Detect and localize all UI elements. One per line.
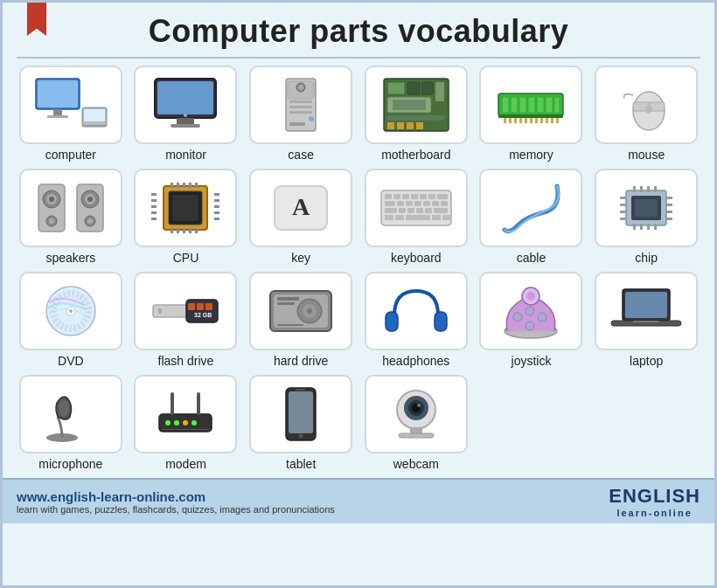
svg-rect-120 bbox=[442, 215, 451, 220]
item-box-keyboard bbox=[365, 169, 468, 247]
svg-point-178 bbox=[174, 420, 179, 425]
item-box-tablet bbox=[249, 375, 352, 453]
svg-rect-127 bbox=[654, 186, 657, 192]
svg-rect-159 bbox=[386, 312, 398, 331]
chip-icon bbox=[607, 177, 686, 239]
item-case: case bbox=[247, 66, 355, 162]
item-label-memory: memory bbox=[509, 148, 553, 162]
svg-rect-11 bbox=[171, 124, 200, 128]
svg-rect-116 bbox=[385, 215, 393, 220]
svg-point-185 bbox=[299, 434, 303, 439]
svg-rect-110 bbox=[385, 208, 397, 213]
item-speakers: speakers bbox=[17, 169, 125, 265]
memory-icon bbox=[491, 74, 570, 135]
modem-icon bbox=[146, 384, 225, 445]
svg-rect-92 bbox=[214, 218, 219, 220]
item-box-computer bbox=[19, 66, 122, 144]
svg-rect-147 bbox=[197, 303, 204, 310]
svg-rect-36 bbox=[511, 97, 518, 113]
svg-rect-5 bbox=[84, 109, 105, 121]
svg-rect-10 bbox=[177, 118, 194, 124]
svg-rect-148 bbox=[205, 303, 212, 310]
svg-rect-89 bbox=[214, 199, 219, 202]
microphone-icon bbox=[31, 384, 110, 445]
svg-rect-86 bbox=[151, 211, 157, 214]
svg-rect-171 bbox=[633, 321, 659, 322]
svg-rect-25 bbox=[422, 82, 433, 94]
item-label-hard-drive: hard drive bbox=[274, 354, 328, 368]
svg-rect-131 bbox=[654, 224, 657, 230]
svg-rect-98 bbox=[402, 194, 409, 199]
item-box-case bbox=[249, 66, 352, 144]
svg-rect-85 bbox=[151, 205, 157, 208]
svg-rect-33 bbox=[416, 122, 423, 129]
svg-point-165 bbox=[526, 322, 534, 330]
svg-rect-38 bbox=[528, 97, 535, 113]
svg-rect-124 bbox=[633, 186, 636, 192]
svg-point-162 bbox=[513, 313, 522, 322]
svg-rect-37 bbox=[519, 97, 526, 113]
footer-logo-sub: learn-online bbox=[616, 508, 692, 518]
svg-rect-75 bbox=[183, 183, 185, 188]
svg-rect-105 bbox=[406, 201, 413, 206]
item-key: A key bbox=[247, 169, 355, 265]
item-box-monitor bbox=[134, 66, 237, 144]
svg-point-191 bbox=[417, 404, 421, 407]
svg-point-155 bbox=[307, 308, 312, 314]
case-icon bbox=[261, 74, 340, 135]
svg-point-12 bbox=[184, 114, 187, 117]
footer-tagline: learn with games, puzzles, flashcards, q… bbox=[17, 504, 335, 515]
item-computer: computer bbox=[17, 66, 125, 162]
svg-rect-74 bbox=[177, 183, 179, 188]
svg-rect-111 bbox=[399, 208, 406, 213]
page-wrapper: Computer parts vocabulary computer bbox=[0, 0, 717, 588]
page-title: Computer parts vocabulary bbox=[3, 13, 714, 50]
svg-rect-82 bbox=[195, 228, 198, 233]
svg-rect-145 bbox=[186, 300, 218, 322]
laptop-icon bbox=[607, 280, 686, 342]
svg-point-16 bbox=[298, 85, 303, 90]
cable-icon bbox=[491, 177, 570, 239]
svg-rect-128 bbox=[633, 224, 636, 230]
svg-rect-81 bbox=[189, 228, 191, 233]
item-box-modem bbox=[134, 375, 237, 453]
flash-drive-icon: 32 GB bbox=[146, 280, 225, 342]
monitor-icon bbox=[146, 74, 225, 135]
svg-rect-137 bbox=[666, 204, 672, 206]
item-dvd: DVD bbox=[17, 272, 125, 368]
svg-rect-26 bbox=[435, 82, 444, 101]
item-box-webcam bbox=[365, 375, 468, 453]
item-box-key: A bbox=[249, 169, 352, 247]
svg-point-164 bbox=[526, 307, 534, 315]
svg-rect-156 bbox=[277, 297, 299, 301]
svg-rect-6 bbox=[84, 122, 105, 125]
svg-point-20 bbox=[309, 116, 314, 121]
item-tablet: tablet bbox=[247, 375, 355, 471]
webcam-icon bbox=[377, 384, 456, 445]
svg-rect-84 bbox=[151, 199, 157, 202]
svg-point-163 bbox=[538, 313, 546, 322]
svg-rect-90 bbox=[214, 205, 219, 208]
item-label-flash-drive: flash drive bbox=[158, 354, 214, 368]
item-box-cpu bbox=[134, 169, 237, 247]
svg-rect-136 bbox=[666, 197, 672, 199]
key-icon: A bbox=[261, 177, 340, 239]
svg-rect-186 bbox=[296, 389, 305, 391]
svg-rect-184 bbox=[289, 391, 313, 433]
svg-rect-139 bbox=[666, 218, 672, 220]
svg-rect-79 bbox=[177, 228, 179, 233]
svg-point-57 bbox=[645, 105, 652, 114]
item-microphone: microphone bbox=[17, 375, 125, 471]
item-box-speakers bbox=[19, 169, 122, 247]
svg-rect-158 bbox=[277, 324, 303, 326]
computer-icon bbox=[31, 74, 110, 135]
svg-point-167 bbox=[526, 292, 535, 301]
svg-rect-52 bbox=[551, 118, 553, 123]
svg-rect-28 bbox=[393, 100, 426, 110]
item-box-mouse bbox=[595, 66, 698, 144]
svg-rect-50 bbox=[540, 118, 543, 123]
svg-rect-46 bbox=[519, 118, 522, 123]
svg-rect-157 bbox=[277, 302, 295, 305]
svg-rect-78 bbox=[171, 228, 173, 233]
svg-rect-126 bbox=[647, 186, 650, 192]
